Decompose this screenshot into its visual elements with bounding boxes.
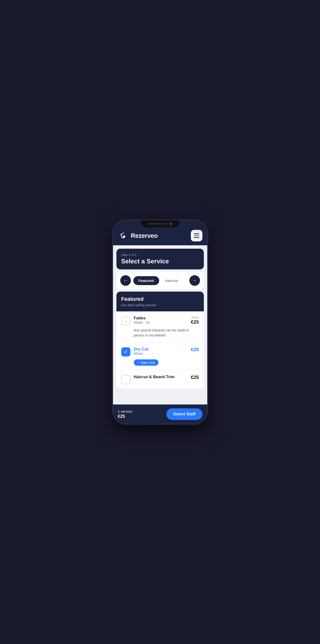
- fades-duration: 45min - 1h: [134, 320, 150, 324]
- tab-featured[interactable]: Featured: [133, 276, 159, 285]
- male-icon: ♂: [137, 360, 140, 364]
- logo-area: Rezerveo: [118, 230, 158, 241]
- notch-camera: [169, 222, 172, 225]
- fades-info: Fades 45min - 1h From €25 Any special re…: [134, 316, 199, 338]
- total-price: €25: [118, 414, 132, 419]
- dry-cut-price: €25: [191, 347, 199, 352]
- step-label: Step 1 of 3: [121, 253, 199, 257]
- app-name: Rezerveo: [131, 232, 158, 240]
- fades-price: €25: [191, 319, 199, 325]
- arrow-right-icon: →: [193, 278, 197, 283]
- service-item-fades[interactable]: ⌄ Fades 45min - 1h From €25 Any special …: [116, 312, 204, 342]
- menu-line-1: [194, 234, 199, 234]
- haircut-beard-header-row: Haircut & Beard Trim €25: [134, 374, 199, 380]
- tab-haircuts[interactable]: Haircuts: [162, 276, 182, 285]
- menu-line-3: [194, 237, 199, 238]
- haircut-beard-checkbox[interactable]: [121, 375, 130, 384]
- prev-tab-button[interactable]: ←: [120, 275, 131, 286]
- male-only-badge: ♂ Male Only: [134, 360, 158, 366]
- featured-title: Featured: [121, 296, 199, 302]
- dry-cut-header-row: Dry Cut 45min €25: [134, 347, 199, 357]
- select-staff-button[interactable]: Select Staff: [167, 408, 202, 420]
- tabs-card: ← Featured Haircuts →: [116, 272, 204, 289]
- check-icon: ✓: [124, 349, 127, 354]
- step-title: Select a Service: [121, 258, 199, 265]
- bottom-bar: 1 service €25 Select Staff: [113, 404, 207, 424]
- svg-point-0: [118, 230, 128, 241]
- featured-section: Featured Our best selling service ⌄ Fade…: [116, 292, 204, 388]
- fades-price-col: From €25: [191, 316, 199, 325]
- dry-cut-checkbox[interactable]: ✓: [121, 347, 130, 356]
- menu-line-2: [194, 236, 199, 236]
- dry-cut-name: Dry Cut: [134, 347, 148, 352]
- featured-subtitle: Our best selling service: [121, 303, 199, 307]
- arrow-left-icon: ←: [123, 278, 128, 283]
- notch-pill: [148, 223, 167, 224]
- bottom-summary: 1 service €25: [118, 409, 132, 419]
- dry-cut-duration: 45min: [134, 352, 148, 356]
- fades-description: Any special requests can be made in pers…: [134, 328, 199, 338]
- service-item-dry-cut[interactable]: ✓ Dry Cut 45min €25 ♂ Male Only: [116, 342, 204, 370]
- service-count: 1 service: [118, 409, 132, 414]
- menu-button[interactable]: [191, 230, 202, 242]
- notch: [141, 220, 180, 228]
- step-card: Step 1 of 3 Select a Service: [116, 249, 204, 270]
- dry-cut-info: Dry Cut 45min €25 ♂ Male Only: [134, 347, 199, 366]
- fades-name: Fades: [134, 316, 150, 320]
- phone-frame: Rezerveo Step 1 of 3 Select a Service ← …: [113, 220, 207, 424]
- fades-checkbox[interactable]: ⌄: [121, 316, 130, 326]
- fades-price-label: From: [191, 316, 199, 319]
- logo-icon: [118, 230, 128, 241]
- chevron-down-icon: ⌄: [124, 318, 127, 323]
- main-content: Step 1 of 3 Select a Service ← Featured …: [113, 245, 207, 404]
- haircut-beard-price: €25: [191, 374, 199, 380]
- service-item-haircut-beard[interactable]: Haircut & Beard Trim €25: [116, 370, 204, 388]
- fades-header-row: Fades 45min - 1h From €25: [134, 316, 199, 326]
- next-tab-button[interactable]: →: [189, 275, 200, 286]
- haircut-beard-name: Haircut & Beard Trim: [134, 374, 175, 380]
- haircut-beard-info: Haircut & Beard Trim €25: [134, 374, 199, 380]
- badge-label: Male Only: [141, 361, 155, 364]
- featured-header: Featured Our best selling service: [116, 292, 204, 312]
